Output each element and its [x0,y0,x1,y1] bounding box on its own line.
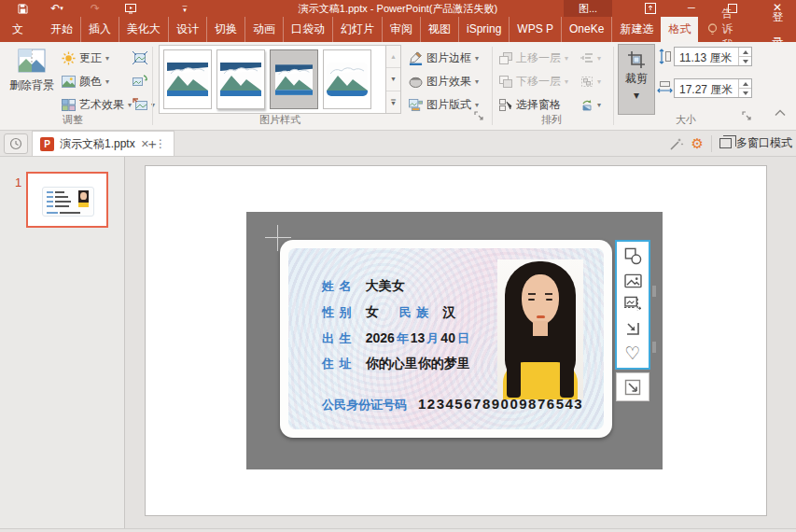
floating-picture-toolbar: ♡ [615,240,650,370]
ribbon: 删除背景 更正▾ 颜色▾ 艺术效果▾ ▾ [0,42,796,131]
new-tab-icon[interactable]: ＋ [142,134,162,153]
group-separator [613,47,614,125]
id-number-label: 公民身份证号码 [322,397,407,413]
tab-pocket-anim[interactable]: 口袋动 [283,17,332,42]
tab-view[interactable]: 视图 [420,17,458,42]
lightbulb-icon [707,23,718,35]
name-value: 大美女 [366,278,405,295]
crosshair-cursor [277,225,278,251]
editing-canvas: 姓 名 大美女 性 别 女 民 族 汉 出 生 2026 年 13 月 40 日 [125,157,796,528]
birth-month-unit: 月 [425,330,440,347]
contextual-tab-hint[interactable]: 图... [564,0,612,17]
crop-to-shape-icon[interactable] [620,245,646,268]
tab-onekey[interactable]: OneKe [561,17,611,42]
picture-style-3-selected[interactable] [270,49,318,109]
gallery-scrollbar: ▲ ▼ ═▼ [386,45,401,114]
size-group-label: 大小 [644,113,728,127]
height-icon [659,49,671,64]
document-tab-label: 演示文稿1.pptx [60,136,135,152]
picture-style-1[interactable] [163,49,212,109]
crop-button[interactable]: 裁剪 ▾ [618,44,655,115]
slide-thumbnail-selected[interactable] [26,172,108,228]
collapse-ribbon-icon[interactable] [775,109,786,117]
artistic-effects-button[interactable]: 艺术效果▾ [62,94,132,115]
height-spinner-arrows[interactable] [738,48,751,65]
tab-review[interactable]: 审阅 [382,17,420,42]
toolbar-handle[interactable] [652,342,656,353]
birth-label: 出 生 [322,330,353,347]
tab-new-custom[interactable]: 新建选 [611,17,661,42]
group-objects-icon: ▾ [580,71,601,91]
align-icon: ▾ [580,48,601,68]
gallery-more-icon[interactable]: ═▼ [386,91,400,113]
tab-format-active[interactable]: 格式 [661,17,698,42]
picture-border-pen-icon [409,51,423,65]
corrections-sun-icon [62,51,76,65]
tab-insert[interactable]: 插入 [80,17,119,42]
picture-layout-button[interactable]: 图片版式▾ [409,94,479,115]
rotate-icon[interactable]: ▾ [580,94,601,115]
crop-picture-icon[interactable] [620,293,646,315]
slide-thumbnail-panel: 1 [0,157,125,528]
diagonal-resize-button[interactable] [616,372,649,401]
portrait-photo [497,259,583,399]
picture-effects-button[interactable]: 图片效果▾ [409,71,479,91]
slide-number: 1 [15,175,21,189]
tab-home[interactable]: 开始 [43,17,80,42]
tab-beautify[interactable]: 美化大 [119,17,168,42]
gear-icon[interactable]: ⚙ [691,135,704,152]
change-picture-icon[interactable] [133,71,147,91]
send-backward-icon [499,76,512,88]
size-dialog-launcher-icon[interactable] [742,111,754,123]
crosshair-cursor [265,237,291,238]
group-separator [492,47,493,125]
magic-wand-icon[interactable] [669,136,684,151]
remove-background-icon [17,46,47,76]
height-spinner[interactable]: 11.13 厘米 [674,47,752,66]
picture-style-2[interactable] [216,49,265,109]
tab-design[interactable]: 设计 [168,17,206,42]
tab-animations[interactable]: 动画 [244,17,283,42]
toolbar-handle[interactable] [652,286,656,297]
ethnic-value: 汉 [442,304,455,321]
tab-transitions[interactable]: 切换 [206,17,244,42]
picture-styles-dialog-launcher-icon[interactable] [474,111,486,123]
width-spinner[interactable]: 17.27 厘米 [674,78,752,98]
name-label: 姓 名 [322,278,353,295]
birth-day-unit: 日 [455,330,471,347]
tab-ispring[interactable]: iSpring [458,17,509,42]
favorite-heart-icon[interactable]: ♡ [620,342,646,364]
history-icon[interactable] [4,133,28,154]
multi-window-button[interactable]: 多窗口模式 [719,135,792,151]
picture-styles-group-label: 图片样式 [224,113,336,127]
group-separator [152,47,153,125]
remove-background-button[interactable]: 删除背景 [7,46,56,93]
selection-pane-button[interactable]: 选择窗格 [499,94,561,115]
width-spinner-arrows[interactable] [738,79,751,97]
color-picture-icon [62,76,76,88]
ribbon-options-icon[interactable] [636,0,664,17]
gallery-up-icon[interactable]: ▲ [386,46,400,68]
id-card-image[interactable]: 姓 名 大美女 性 别 女 民 族 汉 出 生 2026 年 13 月 40 日 [280,240,612,438]
picture-border-button[interactable]: 图片边框▾ [409,48,479,68]
artistic-effects-icon [62,99,76,111]
tab-file[interactable]: 文件 [0,17,35,42]
color-button[interactable]: 颜色▾ [62,71,109,91]
gender-label: 性 别 [322,304,353,321]
replace-picture-icon[interactable] [620,270,646,292]
birth-year-unit: 年 [395,330,411,347]
document-tab-bar: P 演示文稿1.pptx ✕ ⋮ ＋ ⚙ 多窗口模式 [0,131,796,157]
birth-month: 13 [411,330,426,345]
bring-forward-icon [499,52,512,64]
tab-wps[interactable]: WPS P [509,17,561,42]
picture-effects-icon [409,76,423,88]
compress-picture-icon[interactable] [133,48,147,68]
status-strip [0,528,796,532]
tab-slideshow[interactable]: 幻灯片 [332,17,382,42]
corrections-button[interactable]: 更正▾ [62,48,109,68]
gallery-down-icon[interactable]: ▼ [386,68,400,91]
picture-style-4[interactable] [323,49,371,109]
crop-dropdown-caret: ▾ [634,89,639,102]
scale-corner-icon[interactable] [620,317,646,340]
menu-bar: 文件 开始 插入 美化大 设计 切换 动画 口袋动 幻灯片 审阅 视图 iSpr… [0,17,796,42]
